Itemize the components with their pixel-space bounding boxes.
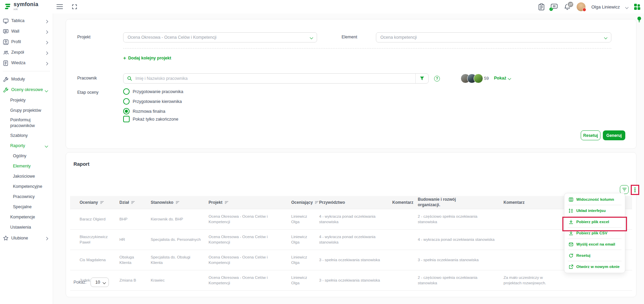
sidebar-item-wall[interactable]: Wall [0, 26, 53, 37]
chevron-down-icon [604, 36, 608, 39]
messages-icon[interactable]: ✓ [550, 3, 558, 10]
sidebar-item-poinformuj-pracownikow[interactable]: Poinformuj pracowników [0, 115, 44, 130]
element-label: Element [342, 35, 357, 39]
sidebar-item-profil[interactable]: Profil [0, 37, 53, 47]
table-row: Cis Magdalena Obsługa Klienta Specjalist… [70, 250, 632, 270]
sidebar-divider [3, 71, 50, 71]
email-icon [569, 243, 573, 246]
radio-rozmowa-finalna[interactable]: Rozmowa finalna [123, 108, 165, 114]
sidebar-item-pracownicy[interactable]: Pracownicy [0, 192, 53, 202]
table-row: Baracz Olgierd BHP Kierownik ds. BHP Oce… [70, 209, 632, 230]
col-oceniany[interactable]: Oceniany [70, 196, 115, 209]
radio-przygotowanie-kierownika[interactable]: Przygotowanie kierownika [123, 98, 182, 105]
menu-item-resetuj[interactable]: Resetuj [564, 250, 625, 261]
chevron-down-icon [45, 143, 48, 148]
filter-funnel-icon[interactable] [415, 74, 428, 83]
hamburger-menu-icon[interactable] [56, 4, 63, 9]
sidebar-item-ustawienia[interactable]: Ustawienia [0, 222, 53, 232]
sidebar-item-projekty[interactable]: Projekty [0, 95, 53, 105]
filters-card: Projekt Ocena Okresowa - Ocena Celów i K… [66, 19, 637, 149]
generate-button[interactable]: Generuj [603, 130, 625, 140]
sort-icon[interactable] [176, 201, 180, 204]
radio-icon [123, 98, 130, 105]
menu-item-pobierz-plik-excel[interactable]: Pobierz plik excel [564, 216, 625, 227]
sidebar-item-raporty[interactable]: Raporty [0, 141, 53, 151]
radio-przygotowanie-pracownika[interactable]: Przygotowanie pracownika [123, 88, 183, 95]
sidebar-item-oceny-okresowe[interactable]: Oceny okresowe [0, 85, 53, 95]
sidebar-item-szablony[interactable]: Szablony [0, 130, 53, 141]
chevron-right-icon [45, 39, 48, 45]
notifications-count-badge: 27 [567, 1, 574, 8]
columns-icon [569, 197, 573, 202]
show-employees-link[interactable]: Pokaż [494, 76, 511, 81]
fullscreen-icon[interactable] [72, 4, 77, 9]
col-projekt[interactable]: Projekt [204, 196, 287, 209]
sidebar-item-elementy[interactable]: Elementy [0, 161, 53, 171]
sidebar-item-specjalne[interactable]: Specjalne [0, 202, 53, 212]
sidebar-item-ulubione[interactable]: Ulubione [0, 233, 53, 244]
col-oceniajacy[interactable]: Oceniający [287, 196, 315, 209]
chevron-down-icon [508, 76, 511, 80]
sort-icon[interactable] [315, 201, 319, 204]
col-dzial[interactable]: Dział [115, 196, 147, 209]
menu-item-uklad-interfejsu[interactable]: Układ interfejsu [564, 205, 625, 216]
sidebar-item-jakosciowe[interactable]: Jakościowe [0, 171, 53, 181]
monitor-icon [3, 18, 9, 24]
topbar: symfonia HR ✓ 27 Olga Liniewicz [0, 0, 644, 14]
page-size-select[interactable]: 10 [90, 278, 109, 287]
external-window-icon [569, 265, 573, 269]
reset-button[interactable]: Resetuj [581, 130, 600, 140]
table-kebab-menu-button[interactable] [631, 185, 639, 195]
tasks-clipboard-icon[interactable] [538, 3, 545, 11]
help-icon[interactable]: ? [434, 76, 440, 82]
col-stanowisko[interactable]: Stanowisko [147, 196, 204, 209]
report-card: Raport Oceniany Dział Stanowisko Projekt [66, 152, 637, 297]
notifications-bell-icon[interactable]: 27 [564, 3, 571, 11]
extra-employees-count: + 59 [480, 76, 489, 81]
menu-item-widocznosc-kolumn[interactable]: Widoczność kolumn [564, 194, 625, 205]
pagination: Pokaż: 10 [73, 278, 109, 287]
sidebar-item-ogolny[interactable]: Ogólny [0, 151, 53, 161]
person-icon [3, 39, 9, 45]
sidebar-item-kompetencje[interactable]: Kompetencje [0, 212, 53, 222]
table-row: Błaszczykiewicz Paweł HR Specjalista ds.… [70, 230, 632, 250]
apps-grid-icon[interactable] [634, 3, 641, 10]
chevron-right-icon [45, 18, 48, 24]
add-project-link[interactable]: + Dodaj kolejny projekt [123, 55, 171, 60]
chevron-right-icon [45, 29, 48, 35]
brand-sub: HR [14, 8, 38, 11]
people-icon [3, 50, 9, 55]
menu-item-pobierz-plik-csv[interactable]: Pobierz plik CSV [564, 228, 625, 238]
table-context-menu: Widoczność kolumn Układ interfejsu Pobie… [564, 193, 625, 273]
checkbox-pokaz-tylko-zakonczone[interactable]: Pokaż tylko zakończone [123, 116, 178, 122]
etap-oceny-label: Etap oceny [77, 90, 99, 95]
user-menu-chevron-icon[interactable] [626, 4, 628, 10]
sidebar-item-kompetencyjne[interactable]: Kompetencyjne [0, 181, 53, 192]
projekt-select[interactable]: Ocena Okresowa - Ocena Celów i Kompetenc… [123, 32, 317, 42]
download-icon [569, 231, 573, 235]
element-select[interactable]: Ocena kompetencji [376, 32, 611, 42]
employee-search-input[interactable] [135, 76, 415, 81]
lightbulb-icon[interactable] [637, 16, 642, 22]
sidebar-item-grupy-projektow[interactable]: Grupy projektów [0, 105, 53, 115]
table-row: Judek Sylwia Zmiana B Krawiec Ocena Okre… [70, 270, 632, 291]
menu-item-otworz-w-nowym-oknie[interactable]: Otwórz w nowym oknie [564, 261, 625, 272]
download-icon [569, 220, 573, 224]
col-komentarz-1: Komentarz [388, 196, 414, 209]
sort-icon[interactable] [225, 201, 229, 204]
sidebar-item-wiedza[interactable]: Wiedza [0, 58, 53, 68]
sidebar-item-tablica[interactable]: Tablica [0, 16, 53, 26]
employee-search [123, 73, 429, 84]
user-avatar[interactable] [577, 2, 585, 11]
refresh-icon [569, 253, 573, 258]
menu-item-wyslij-excel-na-email[interactable]: Wyślij excel na email [564, 239, 625, 250]
col-komentarz-2: Komentarz [499, 196, 564, 209]
employee-avatars[interactable] [461, 74, 483, 83]
sidebar-item-moduly[interactable]: Moduły [0, 74, 53, 85]
chevron-right-icon [45, 50, 48, 56]
sort-icon[interactable] [131, 201, 135, 204]
col-przywodztwo: Przywództwo [315, 196, 388, 209]
sidebar-item-zespol[interactable]: Zespół [0, 47, 53, 58]
sort-icon[interactable] [100, 201, 104, 204]
app-logo[interactable]: symfonia HR [4, 2, 38, 11]
